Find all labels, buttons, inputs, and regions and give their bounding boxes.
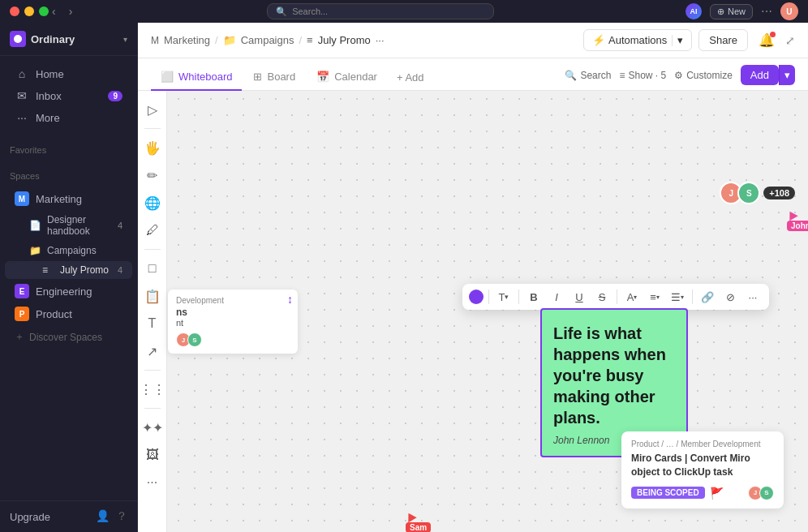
tab-board[interactable]: ⊞ Board bbox=[243, 64, 305, 91]
strikeout-btn[interactable]: ⊘ bbox=[720, 287, 740, 307]
app-layout: Ordinary ▾ ⌂ Home ✉ Inbox 9 ··· More Fav… bbox=[0, 23, 808, 532]
add-button-chevron[interactable]: ▾ bbox=[779, 65, 795, 85]
global-search[interactable]: 🔍 Search... bbox=[267, 3, 494, 19]
draw-tool[interactable]: ✏ bbox=[140, 163, 165, 187]
italic-button[interactable]: I bbox=[547, 287, 566, 307]
minimize-button[interactable] bbox=[24, 6, 34, 16]
select-tool[interactable]: ▷ bbox=[140, 97, 165, 122]
image-tool[interactable]: 🖼 bbox=[140, 443, 165, 467]
toolbar-sep2 bbox=[518, 290, 519, 304]
maximize-button[interactable] bbox=[39, 6, 49, 16]
bold-button[interactable]: B bbox=[524, 287, 544, 307]
discover-label: Discover Spaces bbox=[29, 332, 102, 343]
back-button[interactable]: ‹ bbox=[49, 3, 59, 19]
automations-icon: ⚡ bbox=[592, 34, 605, 46]
partial-avatar2: S bbox=[187, 332, 202, 347]
spaces-section: Spaces bbox=[0, 165, 137, 187]
space-engineering[interactable]: E Engineering bbox=[5, 281, 132, 302]
globe-tool[interactable]: 🌐 bbox=[140, 191, 165, 215]
workspace-header[interactable]: Ordinary ▾ bbox=[0, 23, 137, 56]
sidebar-item-inbox[interactable]: ✉ Inbox 9 bbox=[5, 85, 132, 106]
rectangle-tool[interactable]: □ bbox=[140, 256, 165, 281]
strikethrough-button[interactable]: S bbox=[592, 287, 612, 307]
toolbar-sep4 bbox=[692, 290, 693, 304]
task-avatar2: S bbox=[759, 486, 774, 500]
divider bbox=[672, 35, 673, 46]
ai-badge[interactable]: AI bbox=[686, 3, 702, 19]
tab-label: Whiteboard bbox=[178, 71, 232, 83]
window-controls bbox=[10, 6, 49, 16]
close-button[interactable] bbox=[10, 6, 19, 16]
automations-button[interactable]: ⚡ Automations ▾ bbox=[583, 29, 692, 51]
breadcrumb-more[interactable]: ··· bbox=[376, 34, 385, 46]
breadcrumb-marketing[interactable]: Marketing bbox=[164, 34, 210, 46]
customize-action[interactable]: ⚙ Customize bbox=[674, 70, 733, 81]
tab-calendar[interactable]: 📅 Calendar bbox=[307, 64, 387, 91]
search-action[interactable]: 🔍 Search bbox=[565, 70, 611, 81]
user-avatar[interactable]: U bbox=[780, 2, 798, 20]
plus-icon: ⊕ bbox=[717, 6, 724, 17]
auto-tool[interactable]: ✦✦ bbox=[140, 415, 165, 440]
text-tool[interactable]: T bbox=[140, 311, 165, 336]
breadcrumb-campaigns[interactable]: Campaigns bbox=[241, 34, 294, 46]
search-icon: 🔍 bbox=[276, 6, 287, 17]
cursor-arrow-john bbox=[785, 209, 797, 221]
sidebar-item-more[interactable]: ··· More bbox=[5, 107, 132, 128]
pen-tool[interactable]: 🖊 bbox=[140, 218, 165, 242]
toolbar-separator3 bbox=[144, 370, 161, 371]
help-icon[interactable]: ？ bbox=[116, 509, 127, 524]
new-button[interactable]: ⊕ New bbox=[710, 4, 753, 19]
show-action[interactable]: ≡ Show · 5 bbox=[619, 70, 666, 81]
task-title: Miro Cards | Convert Miro object to Clic… bbox=[631, 452, 774, 479]
space-july-promo[interactable]: ≡ July Promo 4 bbox=[5, 261, 132, 279]
hand-tool[interactable]: 🖐 bbox=[140, 135, 165, 160]
partial-text2: ns bbox=[176, 307, 290, 318]
avatar-cluster: J S +108 bbox=[720, 182, 795, 204]
grid-icon[interactable]: ⋯ bbox=[761, 5, 772, 18]
doc-icon: 📄 bbox=[29, 220, 41, 231]
task-card[interactable]: Product / … / Member Development Miro Ca… bbox=[621, 431, 784, 508]
avatar-count: +108 bbox=[763, 187, 795, 200]
add-view-button[interactable]: + Add bbox=[389, 65, 432, 90]
space-marketing[interactable]: M Marketing bbox=[5, 188, 132, 209]
add-button[interactable]: Add bbox=[741, 65, 779, 85]
space-designer-handbook[interactable]: 📄 Designer handbook 4 bbox=[5, 211, 132, 240]
tab-whiteboard[interactable]: ⬜ Whiteboard bbox=[151, 64, 242, 91]
font-color-btn[interactable]: A ▾ bbox=[622, 287, 642, 307]
arrow-tool[interactable]: ↗ bbox=[140, 339, 165, 363]
workspace-name: Ordinary bbox=[31, 33, 118, 45]
breadcrumb-current[interactable]: July Promo bbox=[318, 34, 371, 46]
chevron-down-icon: ▾ bbox=[677, 34, 683, 46]
font-family-btn[interactable]: T ▾ bbox=[494, 287, 514, 307]
partial-card[interactable]: Development ns nt J S ↕ bbox=[168, 290, 298, 354]
connect-tool[interactable]: ⋮⋮ bbox=[140, 377, 165, 401]
sidebar-nav: ⌂ Home ✉ Inbox 9 ··· More bbox=[0, 56, 137, 135]
color-picker[interactable] bbox=[469, 290, 484, 304]
sidebar-item-home[interactable]: ⌂ Home bbox=[5, 63, 132, 84]
partial-text3: nt bbox=[176, 318, 290, 328]
sidebar: Ordinary ▾ ⌂ Home ✉ Inbox 9 ··· More Fav… bbox=[0, 23, 138, 532]
note-tool[interactable]: 📋 bbox=[140, 284, 165, 308]
expand-icon[interactable]: ⤢ bbox=[785, 34, 795, 47]
share-button[interactable]: Share bbox=[698, 29, 748, 51]
space-product[interactable]: P Product bbox=[5, 303, 132, 324]
task-flag-icon[interactable]: 🚩 bbox=[710, 487, 724, 500]
whiteboard-canvas[interactable]: ▷ 🖐 ✏ 🌐 🖊 □ 📋 T ↗ ⋮⋮ ✦✦ 🖼 ··· J bbox=[138, 91, 808, 532]
space-label: Engineering bbox=[36, 285, 92, 298]
main-content: M Marketing / 📁 Campaigns / ≡ July Promo… bbox=[138, 23, 808, 532]
search-icon: 🔍 bbox=[565, 70, 577, 81]
list-btn[interactable]: ☰ ▾ bbox=[668, 287, 687, 307]
sub-item-badge: 4 bbox=[118, 221, 122, 230]
more-tool[interactable]: ··· bbox=[140, 470, 165, 495]
forward-button[interactable]: › bbox=[66, 3, 76, 19]
discover-spaces[interactable]: ＋ Discover Spaces bbox=[5, 326, 132, 348]
notification-button[interactable]: 🔔 bbox=[754, 28, 779, 53]
align-btn[interactable]: ≡ ▾ bbox=[645, 287, 664, 307]
upgrade-button[interactable]: Upgrade bbox=[10, 511, 89, 523]
link-btn[interactable]: 🔗 bbox=[698, 287, 717, 307]
space-campaigns[interactable]: 📁 Campaigns bbox=[5, 242, 132, 260]
underline-button[interactable]: U bbox=[569, 287, 589, 307]
user-icon[interactable]: 👤 bbox=[96, 509, 110, 524]
home-icon: ⌂ bbox=[15, 67, 29, 80]
more-btn[interactable]: ··· bbox=[743, 287, 763, 307]
